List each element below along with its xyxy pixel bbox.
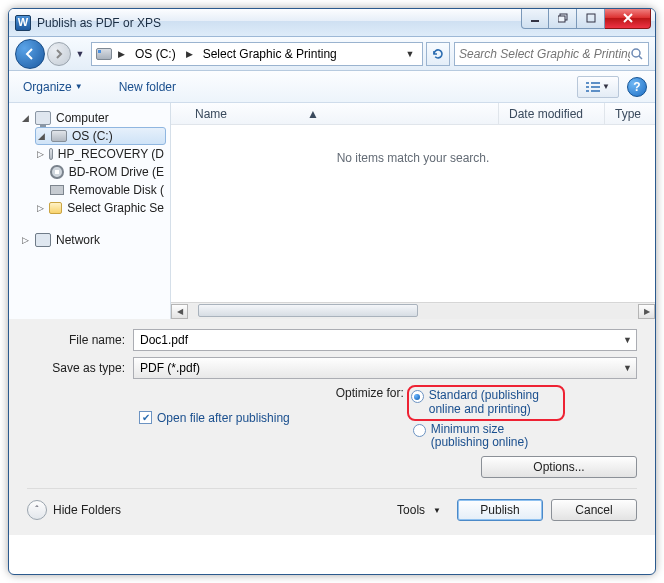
back-button[interactable] bbox=[15, 39, 45, 69]
dropdown-icon[interactable]: ▼ bbox=[623, 335, 632, 345]
breadcrumb-separator-icon[interactable]: ▶ bbox=[184, 49, 195, 59]
svg-rect-8 bbox=[591, 86, 600, 88]
tree-computer[interactable]: ◢Computer bbox=[19, 109, 166, 127]
file-name-input[interactable]: Doc1.pdf▼ bbox=[133, 329, 637, 351]
scroll-left-button[interactable]: ◀ bbox=[171, 304, 188, 319]
open-after-publishing-checkbox[interactable]: ✔ Open file after publishing bbox=[139, 385, 290, 450]
sort-ascending-icon: ▲ bbox=[307, 107, 319, 121]
drive-icon bbox=[96, 48, 112, 60]
svg-rect-6 bbox=[591, 82, 600, 84]
scroll-thumb[interactable] bbox=[198, 304, 418, 317]
expand-icon[interactable]: ▷ bbox=[37, 203, 44, 213]
radio-selected-icon bbox=[411, 390, 424, 403]
optimize-standard-radio[interactable]: Standard (publishing online and printing… bbox=[411, 389, 559, 417]
folder-icon bbox=[49, 202, 62, 214]
breadcrumb-1[interactable]: OS (C:) bbox=[131, 45, 180, 63]
organize-menu[interactable]: Organize▼ bbox=[17, 76, 89, 98]
computer-icon bbox=[35, 111, 51, 125]
breadcrumb-2[interactable]: Select Graphic & Printing bbox=[199, 45, 341, 63]
svg-point-4 bbox=[632, 49, 640, 57]
close-button[interactable] bbox=[605, 9, 651, 29]
svg-rect-9 bbox=[586, 90, 589, 92]
svg-rect-10 bbox=[591, 90, 600, 92]
column-name[interactable]: Name▲ bbox=[185, 103, 499, 124]
command-bar: Organize▼ New folder ▼ ? bbox=[9, 71, 655, 103]
new-folder-button[interactable]: New folder bbox=[113, 76, 182, 98]
highlight-standard-option: Standard (publishing online and printing… bbox=[407, 385, 565, 421]
tree-drive-c[interactable]: ◢OS (C:) bbox=[35, 127, 166, 145]
tree-drive-recovery[interactable]: ▷HP_RECOVERY (D bbox=[35, 145, 166, 163]
list-header[interactable]: Name▲ Date modified Type bbox=[171, 103, 655, 125]
breadcrumb-separator-icon[interactable]: ▶ bbox=[116, 49, 127, 59]
view-menu[interactable]: ▼ bbox=[577, 76, 619, 98]
nav-tree[interactable]: ◢Computer ◢OS (C:) ▷HP_RECOVERY (D BD-RO… bbox=[9, 103, 171, 319]
svg-rect-3 bbox=[587, 14, 595, 22]
file-list[interactable]: Name▲ Date modified Type No items match … bbox=[171, 103, 655, 319]
tools-menu[interactable]: Tools▼ bbox=[397, 503, 441, 517]
nav-bar: ▼ ▶ OS (C:) ▶ Select Graphic & Printing … bbox=[9, 37, 655, 71]
radio-unselected-icon bbox=[413, 424, 426, 437]
horizontal-scrollbar[interactable]: ◀ ▶ bbox=[171, 302, 655, 319]
optimize-minimum-radio[interactable]: Minimum size (publishing online) bbox=[407, 423, 565, 451]
expand-icon[interactable]: ▷ bbox=[21, 235, 30, 245]
dialog-window: W Publish as PDF or XPS ▼ ▶ OS (C:) ▶ Se… bbox=[8, 8, 656, 575]
dropdown-icon[interactable]: ▼ bbox=[623, 363, 632, 373]
search-box[interactable] bbox=[454, 42, 649, 66]
optical-drive-icon bbox=[50, 165, 63, 179]
address-bar[interactable]: ▶ OS (C:) ▶ Select Graphic & Printing ▼ bbox=[91, 42, 423, 66]
tree-drive-bdrom[interactable]: BD-ROM Drive (E bbox=[35, 163, 166, 181]
view-list-icon bbox=[586, 81, 600, 93]
save-type-label: Save as type: bbox=[27, 361, 133, 375]
maximize-button[interactable] bbox=[577, 9, 605, 29]
column-modified[interactable]: Date modified bbox=[499, 103, 605, 124]
scroll-track[interactable] bbox=[188, 304, 638, 319]
svg-rect-5 bbox=[586, 82, 589, 84]
file-name-label: File name: bbox=[27, 333, 133, 347]
tree-drive-removable[interactable]: Removable Disk ( bbox=[35, 181, 166, 199]
window-title: Publish as PDF or XPS bbox=[37, 16, 161, 30]
nav-history-dropdown[interactable]: ▼ bbox=[73, 49, 87, 59]
drive-icon bbox=[51, 130, 67, 142]
optimize-for-label: Optimize for: bbox=[336, 385, 407, 450]
separator bbox=[27, 488, 637, 489]
column-type[interactable]: Type bbox=[605, 103, 655, 124]
address-dropdown-icon[interactable]: ▼ bbox=[402, 49, 418, 59]
collapse-icon[interactable]: ◢ bbox=[21, 113, 30, 123]
tree-network[interactable]: ▷Network bbox=[19, 231, 166, 249]
options-button[interactable]: Options... bbox=[481, 456, 637, 478]
checkbox-checked-icon: ✔ bbox=[139, 411, 152, 424]
svg-rect-2 bbox=[558, 16, 565, 22]
minimize-button[interactable] bbox=[521, 9, 549, 29]
scroll-right-button[interactable]: ▶ bbox=[638, 304, 655, 319]
refresh-button[interactable] bbox=[426, 42, 450, 66]
publish-button[interactable]: Publish bbox=[457, 499, 543, 521]
forward-button[interactable] bbox=[47, 42, 71, 66]
lower-panel: File name: Doc1.pdf▼ Save as type: PDF (… bbox=[9, 319, 655, 535]
removable-disk-icon bbox=[50, 185, 64, 195]
hide-folders-button[interactable]: ˆ Hide Folders bbox=[27, 500, 121, 520]
search-icon bbox=[630, 47, 644, 61]
chevron-up-icon: ˆ bbox=[27, 500, 47, 520]
word-app-icon: W bbox=[15, 15, 31, 31]
restore-button[interactable] bbox=[549, 9, 577, 29]
collapse-icon[interactable]: ◢ bbox=[37, 131, 46, 141]
empty-message: No items match your search. bbox=[171, 125, 655, 302]
cancel-button[interactable]: Cancel bbox=[551, 499, 637, 521]
expand-icon[interactable]: ▷ bbox=[37, 149, 44, 159]
search-input[interactable] bbox=[459, 47, 630, 61]
svg-rect-7 bbox=[586, 86, 589, 88]
help-button[interactable]: ? bbox=[627, 77, 647, 97]
network-icon bbox=[35, 233, 51, 247]
titlebar[interactable]: W Publish as PDF or XPS bbox=[9, 9, 655, 37]
drive-icon bbox=[49, 148, 53, 160]
tree-folder-select-graphic[interactable]: ▷Select Graphic Se bbox=[35, 199, 166, 217]
save-type-combo[interactable]: PDF (*.pdf)▼ bbox=[133, 357, 637, 379]
svg-rect-0 bbox=[531, 20, 539, 22]
